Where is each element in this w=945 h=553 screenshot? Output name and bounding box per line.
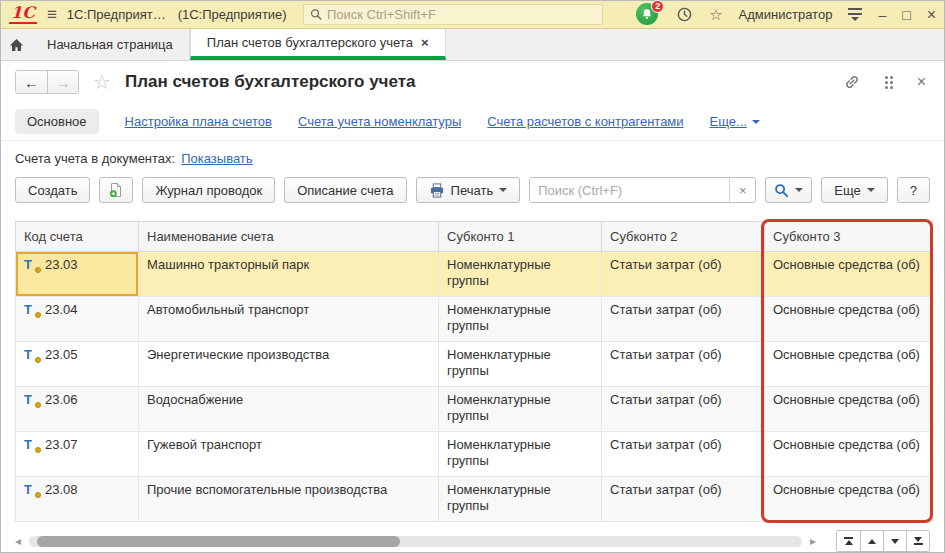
forward-button[interactable]: →	[47, 71, 78, 93]
scroll-left-icon[interactable]: ◂	[15, 534, 21, 548]
account-name: Автомобильный транспорт	[139, 297, 439, 342]
subconto3-value: Основные средства (об)	[765, 342, 933, 387]
chevron-down-icon	[795, 188, 803, 192]
scrollbar-thumb[interactable]	[37, 536, 400, 547]
favorites-star-icon[interactable]: ☆	[709, 6, 722, 24]
subconto2-value: Статьи затрат (об)	[602, 432, 765, 477]
accounts-in-documents-label: Счета учета в документах:	[15, 151, 175, 166]
account-icon: Т	[24, 482, 37, 497]
table-row[interactable]: Т23.07 Гужевой транспорт Номенклатурные …	[16, 432, 933, 477]
column-header-name[interactable]: Наименование счета	[139, 222, 439, 252]
get-link-icon[interactable]	[843, 73, 861, 91]
account-code: 23.08	[45, 482, 78, 498]
accounts-table-wrap: Код счета Наименование счета Субконто 1 …	[15, 221, 930, 522]
go-next-button[interactable]	[883, 531, 906, 551]
account-name: Гужевой транспорт	[139, 432, 439, 477]
minimize-button[interactable]: –	[878, 8, 886, 22]
subconto2-value: Статьи затрат (об)	[602, 252, 765, 297]
tab-chart-of-accounts[interactable]: План счетов бухгалтерского учета ×	[190, 29, 446, 60]
user-name[interactable]: Администратор	[739, 7, 833, 22]
printer-icon	[429, 183, 445, 198]
list-search-input[interactable]	[530, 178, 729, 202]
account-icon: Т	[24, 257, 37, 272]
more-button[interactable]: Еще	[821, 177, 887, 203]
close-window-button[interactable]: ×	[927, 7, 936, 23]
triangle-up-icon	[845, 540, 853, 545]
show-accounts-link[interactable]: Показывать	[181, 151, 252, 166]
clear-search-button[interactable]: ×	[729, 178, 755, 202]
print-button[interactable]: Печать	[416, 177, 521, 203]
notification-badge: 2	[651, 0, 664, 13]
journal-button[interactable]: Журнал проводок	[142, 177, 275, 203]
more-menu-icon[interactable]	[885, 76, 893, 89]
hamburger-menu-icon[interactable]: ≡	[47, 6, 57, 23]
title-bar: 1С ≡ 1С:Предприят… (1С:Предприятие) 2 ☆ …	[1, 1, 944, 29]
account-description-button[interactable]: Описание счета	[284, 177, 406, 203]
account-name: Энергетические производства	[139, 342, 439, 387]
account-icon: Т	[24, 392, 37, 407]
section-more-link[interactable]: Еще...	[710, 114, 760, 129]
section-link-counterparty-accounts[interactable]: Счета расчетов с контрагентами	[487, 114, 683, 129]
service-menu-icon[interactable]	[848, 8, 862, 21]
maximize-button[interactable]: □	[902, 8, 910, 22]
subconto2-value: Статьи затрат (об)	[602, 477, 765, 522]
account-code: 23.06	[45, 392, 78, 408]
table-row[interactable]: Т23.04 Автомобильный транспорт Номенклат…	[16, 297, 933, 342]
tab-close-icon[interactable]: ×	[421, 35, 429, 50]
account-name: Прочие вспомогательные производства	[139, 477, 439, 522]
subconto2-value: Статьи затрат (об)	[602, 342, 765, 387]
document-plus-icon	[108, 182, 124, 198]
subconto3-value: Основные средства (об)	[765, 477, 933, 522]
list-search-box: ×	[529, 177, 756, 203]
list-navigation-group	[836, 530, 930, 552]
account-code: 23.04	[45, 302, 78, 318]
table-row[interactable]: Т23.05 Энергетические производства Номен…	[16, 342, 933, 387]
bottom-bar: ◂ ▸	[1, 528, 944, 553]
section-link-plan-settings[interactable]: Настройка плана счетов	[125, 114, 272, 129]
column-header-subconto1[interactable]: Субконто 1	[439, 222, 602, 252]
go-first-button[interactable]	[837, 531, 860, 551]
account-code: 23.05	[45, 347, 78, 363]
horizontal-scrollbar[interactable]	[29, 536, 802, 547]
account-icon: Т	[24, 347, 37, 362]
chevron-down-icon	[867, 188, 875, 192]
tab-home[interactable]: Начальная страница	[31, 29, 190, 60]
table-row[interactable]: Т23.06 Водоснабжение Номенклатурные груп…	[16, 387, 933, 432]
search-icon	[310, 8, 322, 21]
list-toolbar: Создать Журнал проводок Описание счета П…	[1, 173, 944, 207]
section-link-item-accounts[interactable]: Счета учета номенклатуры	[298, 114, 461, 129]
scroll-right-icon[interactable]: ▸	[810, 534, 816, 548]
accounts-table: Код счета Наименование счета Субконто 1 …	[15, 221, 933, 522]
triangle-down-icon	[914, 537, 922, 542]
global-search-input[interactable]	[327, 7, 596, 22]
close-form-button[interactable]: ×	[917, 73, 926, 91]
go-previous-button[interactable]	[860, 531, 883, 551]
search-options-button[interactable]	[765, 177, 812, 203]
back-button[interactable]: ←	[16, 71, 47, 93]
favorite-star-icon[interactable]: ☆	[93, 70, 111, 94]
accounts-in-documents-row: Счета учета в документах: Показывать	[1, 145, 944, 171]
account-icon: Т	[24, 437, 37, 452]
table-row[interactable]: Т23.03 Машинно тракторный парк Номенклат…	[16, 252, 933, 297]
subconto3-value: Основные средства (об)	[765, 432, 933, 477]
column-header-code[interactable]: Код счета	[16, 222, 139, 252]
section-main[interactable]: Основное	[15, 109, 99, 134]
history-nav-group: ← →	[15, 70, 79, 94]
subconto1-value: Номенклатурные группы	[439, 297, 602, 342]
global-search-box[interactable]	[303, 4, 603, 25]
account-icon: Т	[24, 302, 37, 317]
print-button-label: Печать	[451, 183, 494, 198]
table-row[interactable]: Т23.08 Прочие вспомогательные производст…	[16, 477, 933, 522]
notifications-button[interactable]: 2	[636, 3, 660, 27]
column-header-subconto3[interactable]: Субконто 3	[765, 222, 933, 252]
create-group-button[interactable]	[99, 177, 133, 203]
account-name: Машинно тракторный парк	[139, 252, 439, 297]
go-last-button[interactable]	[906, 531, 929, 551]
triangle-down-icon	[891, 539, 899, 544]
help-button[interactable]: ?	[897, 177, 930, 203]
column-header-subconto2[interactable]: Субконто 2	[602, 222, 765, 252]
history-icon[interactable]	[676, 6, 693, 23]
home-icon[interactable]	[1, 29, 31, 60]
create-button[interactable]: Создать	[15, 177, 90, 203]
subconto2-value: Статьи затрат (об)	[602, 387, 765, 432]
